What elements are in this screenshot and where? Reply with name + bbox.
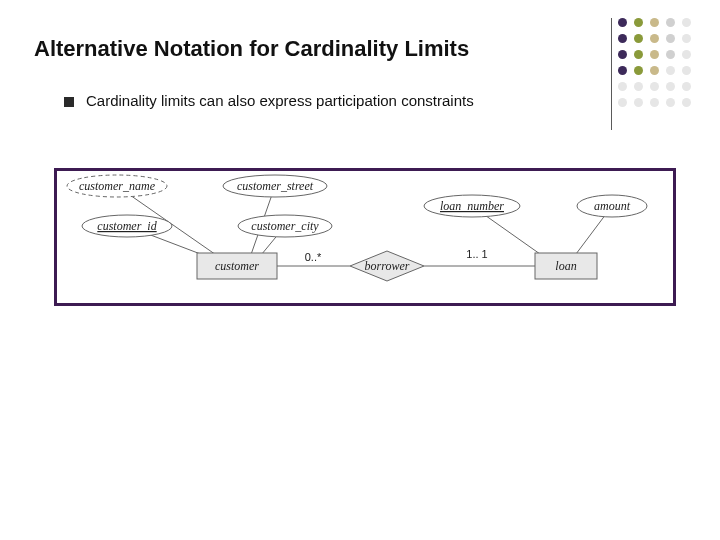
deco-dot [650, 18, 659, 27]
deco-dot [666, 50, 675, 59]
deco-dot [650, 34, 659, 43]
deco-dot [666, 18, 675, 27]
attr-customer-name-label: customer_name [79, 179, 156, 193]
deco-dot [666, 98, 675, 107]
entity-customer-label: customer [215, 259, 259, 273]
deco-dot [618, 82, 627, 91]
deco-dot [634, 66, 643, 75]
deco-dot [634, 50, 643, 59]
deco-dot [682, 18, 691, 27]
square-bullet-icon [64, 97, 74, 107]
deco-dot [666, 82, 675, 91]
deco-dot [618, 50, 627, 59]
entity-loan-label: loan [555, 259, 576, 273]
attr-customer-id-label: customer_id [97, 219, 157, 233]
bullet-line: Cardinality limits can also express part… [64, 92, 474, 109]
deco-dot [650, 98, 659, 107]
deco-dot [682, 82, 691, 91]
deco-dot [650, 82, 659, 91]
deco-dot [682, 98, 691, 107]
er-diagram-svg: customer loan borrower 0..* 1.. 1 custom… [57, 171, 673, 303]
slide-title: Alternative Notation for Cardinality Lim… [34, 36, 469, 62]
attr-customer-street-label: customer_street [237, 179, 314, 193]
relationship-borrower-label: borrower [365, 259, 410, 273]
attr-customer-city-label: customer_city [251, 219, 319, 233]
deco-dot [650, 50, 659, 59]
bullet-text: Cardinality limits can also express part… [86, 92, 474, 109]
deco-dot [618, 18, 627, 27]
deco-dot [650, 66, 659, 75]
corner-dot-grid [618, 18, 698, 114]
cardinality-right: 1.. 1 [466, 248, 487, 260]
deco-dot [666, 34, 675, 43]
deco-dot [634, 18, 643, 27]
deco-dot [634, 34, 643, 43]
deco-dot [682, 34, 691, 43]
attr-loan-number-label: loan_number [440, 199, 504, 213]
deco-dot [618, 98, 627, 107]
deco-dot [618, 66, 627, 75]
deco-dot [634, 98, 643, 107]
er-diagram-frame: customer loan borrower 0..* 1.. 1 custom… [54, 168, 676, 306]
header-divider [611, 18, 612, 130]
attr-amount-label: amount [594, 199, 631, 213]
cardinality-left: 0..* [305, 251, 322, 263]
deco-dot [682, 50, 691, 59]
deco-dot [618, 34, 627, 43]
deco-dot [666, 66, 675, 75]
deco-dot [634, 82, 643, 91]
deco-dot [682, 66, 691, 75]
